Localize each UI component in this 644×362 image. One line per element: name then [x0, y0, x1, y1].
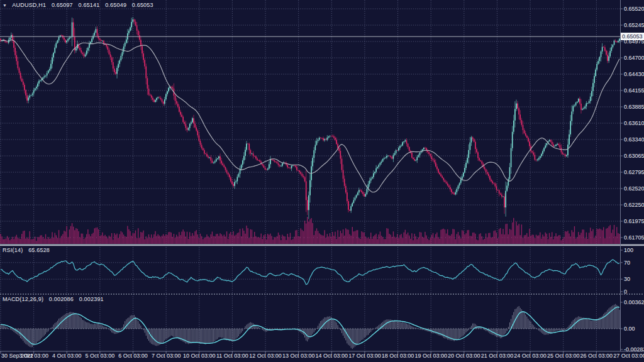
- chart-symbol-header: ▼ AUDUSD,H1 0.65097 0.65141 0.65049 0.65…: [3, 2, 157, 8]
- price-axis-label: 0.63065: [624, 153, 644, 159]
- price-axis-label: 0.64430: [624, 71, 644, 77]
- price-axis-label: 0.62520: [624, 185, 644, 192]
- price-axis-label: 0.65520: [624, 6, 644, 12]
- price-axis-label: 0.63340: [624, 136, 644, 143]
- macd-signal-value: 0.002391: [79, 296, 104, 302]
- rsi-axis-label: 0: [624, 288, 627, 295]
- price-axis-label: 0.62250: [624, 202, 644, 208]
- trading-chart-window: 0.655200.652450.649750.647000.644300.641…: [0, 0, 644, 362]
- macd-label: MACD(12,26,9): [3, 296, 43, 302]
- time-axis-label: 12 Oct 03:00: [249, 353, 282, 359]
- rsi-axis-label: 30: [624, 276, 630, 282]
- time-axis-label: 4 Oct 03:00: [52, 353, 82, 359]
- current-price-tag: 0.65053: [621, 33, 644, 40]
- time-axis-label: 6 Oct 03:00: [118, 353, 148, 359]
- chart-background: [0, 0, 644, 362]
- rsi-axis-label: 100: [624, 247, 633, 253]
- time-axis-label: 21 Oct 03:00: [481, 353, 514, 359]
- price-axis-label: 0.64700: [624, 55, 644, 61]
- macd-panel-header: MACD(12,26,9) 0.002086 0.002391: [3, 296, 108, 302]
- time-axis-label: 13 Oct 03:00: [282, 353, 315, 359]
- price-axis-label: 0.63610: [624, 120, 644, 126]
- price-axis-label: 0.61975: [624, 218, 644, 224]
- time-axis-label: 25 Oct 03:00: [547, 353, 580, 359]
- ohlc-close: 0.65053: [132, 2, 153, 8]
- time-axis-label: 18 Oct 03:00: [382, 353, 414, 359]
- time-axis-label: 19 Oct 03:00: [414, 353, 447, 359]
- macd-axis-label: 0.00: [624, 326, 635, 332]
- time-axis-label: 3 Oct 03:00: [19, 353, 48, 359]
- macd-axis-label: 0.003626: [624, 299, 644, 305]
- time-axis-label: 7 Oct 03:00: [152, 353, 181, 359]
- time-axis-label: 27 Oct 03:00: [613, 353, 644, 359]
- ohlc-high: 0.65141: [79, 2, 100, 8]
- price-axis-label: 0.62795: [624, 169, 644, 175]
- ohlc-low: 0.65049: [105, 2, 126, 8]
- time-axis-label: 26 Oct 03:00: [580, 353, 613, 359]
- time-axis-label: 14 Oct 03:00: [316, 353, 348, 359]
- ohlc-open: 0.65097: [52, 2, 73, 8]
- rsi-axis-label: 70: [624, 260, 630, 266]
- rsi-label: RSI(14): [3, 247, 23, 253]
- macd-value: 0.002086: [49, 296, 74, 302]
- time-axis-label: 24 Oct 03:00: [514, 353, 547, 359]
- price-axis: 0.655200.652450.649750.647000.644300.641…: [620, 6, 644, 241]
- time-axis-label: 11 Oct 03:00: [216, 353, 248, 359]
- time-axis-label: 10 Oct 03:00: [183, 353, 216, 359]
- time-axis-label: 17 Oct 03:00: [348, 353, 381, 359]
- panel-divider[interactable]: [0, 244, 644, 246]
- time-axis-label: 20 Oct 03:00: [448, 353, 480, 359]
- price-axis-label: 0.63885: [624, 104, 644, 110]
- chart-canvas[interactable]: 0.655200.652450.649750.647000.644300.641…: [0, 0, 644, 362]
- price-axis-label: 0.65245: [624, 22, 644, 28]
- time-axis-label: 5 Oct 03:00: [86, 353, 115, 359]
- symbol-label: AUDUSD,H1: [12, 2, 46, 8]
- macd-axis-label: -0.002836: [624, 346, 644, 353]
- price-axis-label: 0.61705: [624, 234, 644, 241]
- rsi-panel-header: RSI(14) 65.6528: [3, 247, 53, 253]
- time-axis: 30 Sep 20223 Oct 03:004 Oct 03:005 Oct 0…: [1, 351, 644, 359]
- price-axis-label: 0.64155: [624, 87, 644, 94]
- collapse-triangle-icon[interactable]: ▼: [3, 3, 7, 8]
- rsi-value: 65.6528: [28, 247, 50, 253]
